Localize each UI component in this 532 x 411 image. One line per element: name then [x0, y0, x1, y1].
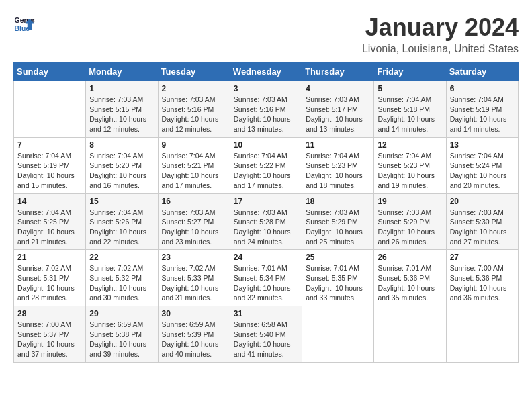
day-detail: Sunrise: 7:04 AMSunset: 5:18 PMDaylight:… [378, 95, 435, 133]
day-number: 22 [89, 253, 154, 262]
day-number: 14 [17, 197, 82, 206]
day-detail: Sunrise: 7:03 AMSunset: 5:29 PMDaylight:… [306, 208, 363, 246]
day-detail: Sunrise: 7:02 AMSunset: 5:33 PMDaylight:… [162, 264, 219, 302]
header-friday: Friday [374, 62, 446, 81]
calendar-cell [302, 306, 374, 363]
calendar-cell: 4 Sunrise: 7:03 AMSunset: 5:17 PMDayligh… [302, 81, 374, 138]
day-detail: Sunrise: 7:01 AMSunset: 5:34 PMDaylight:… [234, 264, 291, 302]
calendar-cell: 27 Sunrise: 7:00 AMSunset: 5:36 PMDaylig… [446, 250, 518, 306]
calendar-week-2: 7 Sunrise: 7:04 AMSunset: 5:19 PMDayligh… [14, 137, 519, 193]
header-wednesday: Wednesday [230, 62, 302, 81]
calendar-cell: 15 Sunrise: 7:04 AMSunset: 5:26 PMDaylig… [86, 193, 158, 250]
calendar-cell: 25 Sunrise: 7:01 AMSunset: 5:35 PMDaylig… [302, 250, 374, 306]
calendar-cell: 3 Sunrise: 7:03 AMSunset: 5:16 PMDayligh… [230, 81, 302, 138]
day-number: 12 [378, 140, 442, 150]
day-detail: Sunrise: 6:59 AMSunset: 5:39 PMDaylight:… [162, 320, 219, 358]
calendar-cell: 30 Sunrise: 6:59 AMSunset: 5:39 PMDaylig… [158, 306, 230, 363]
calendar-cell: 7 Sunrise: 7:04 AMSunset: 5:19 PMDayligh… [14, 137, 86, 193]
day-number: 13 [450, 140, 515, 150]
day-number: 5 [378, 84, 442, 93]
calendar-cell: 6 Sunrise: 7:04 AMSunset: 5:19 PMDayligh… [446, 81, 518, 138]
calendar-cell: 31 Sunrise: 6:58 AMSunset: 5:40 PMDaylig… [230, 306, 302, 363]
day-detail: Sunrise: 7:04 AMSunset: 5:24 PMDaylight:… [450, 152, 507, 189]
day-detail: Sunrise: 7:03 AMSunset: 5:15 PMDaylight:… [89, 95, 146, 133]
calendar-cell: 9 Sunrise: 7:04 AMSunset: 5:21 PMDayligh… [158, 137, 230, 193]
day-detail: Sunrise: 7:04 AMSunset: 5:23 PMDaylight:… [306, 152, 363, 189]
calendar-cell: 10 Sunrise: 7:04 AMSunset: 5:22 PMDaylig… [230, 137, 302, 193]
day-detail: Sunrise: 7:00 AMSunset: 5:37 PMDaylight:… [17, 320, 75, 358]
calendar-cell: 16 Sunrise: 7:03 AMSunset: 5:27 PMDaylig… [158, 193, 230, 250]
calendar-cell: 18 Sunrise: 7:03 AMSunset: 5:29 PMDaylig… [302, 193, 374, 250]
day-number: 31 [234, 309, 298, 318]
calendar-cell: 21 Sunrise: 7:02 AMSunset: 5:31 PMDaylig… [14, 250, 86, 306]
day-number: 9 [162, 140, 226, 150]
day-number: 23 [162, 253, 226, 262]
calendar-subtitle: Livonia, Louisiana, United States [362, 43, 519, 55]
day-detail: Sunrise: 7:03 AMSunset: 5:28 PMDaylight:… [234, 208, 291, 246]
day-number: 21 [17, 253, 82, 262]
header-monday: Monday [86, 62, 158, 81]
calendar-cell: 14 Sunrise: 7:04 AMSunset: 5:25 PMDaylig… [14, 193, 86, 250]
calendar-week-5: 28 Sunrise: 7:00 AMSunset: 5:37 PMDaylig… [14, 306, 519, 363]
day-detail: Sunrise: 7:02 AMSunset: 5:32 PMDaylight:… [89, 264, 146, 302]
calendar-cell [14, 81, 86, 138]
day-number: 3 [234, 84, 298, 93]
day-number: 1 [89, 84, 154, 93]
day-number: 26 [378, 253, 442, 262]
day-number: 4 [306, 84, 370, 93]
calendar-cell: 8 Sunrise: 7:04 AMSunset: 5:20 PMDayligh… [86, 137, 158, 193]
calendar-cell: 26 Sunrise: 7:01 AMSunset: 5:36 PMDaylig… [374, 250, 446, 306]
header-tuesday: Tuesday [158, 62, 230, 81]
day-detail: Sunrise: 6:59 AMSunset: 5:38 PMDaylight:… [89, 320, 146, 358]
day-detail: Sunrise: 7:03 AMSunset: 5:16 PMDaylight:… [162, 95, 219, 133]
day-number: 25 [306, 253, 370, 262]
day-number: 27 [450, 253, 515, 262]
day-detail: Sunrise: 7:04 AMSunset: 5:20 PMDaylight:… [89, 152, 146, 189]
day-number: 15 [89, 197, 154, 206]
logo-icon: General Blue [13, 13, 35, 35]
page-header: General Blue January 2024 Livonia, Louis… [13, 13, 519, 55]
calendar-cell: 11 Sunrise: 7:04 AMSunset: 5:23 PMDaylig… [302, 137, 374, 193]
header-saturday: Saturday [446, 62, 518, 81]
calendar-cell: 23 Sunrise: 7:02 AMSunset: 5:33 PMDaylig… [158, 250, 230, 306]
calendar-cell: 22 Sunrise: 7:02 AMSunset: 5:32 PMDaylig… [86, 250, 158, 306]
calendar-cell: 28 Sunrise: 7:00 AMSunset: 5:37 PMDaylig… [14, 306, 86, 363]
calendar-cell: 5 Sunrise: 7:04 AMSunset: 5:18 PMDayligh… [374, 81, 446, 138]
calendar-cell: 19 Sunrise: 7:03 AMSunset: 5:29 PMDaylig… [374, 193, 446, 250]
calendar-cell: 24 Sunrise: 7:01 AMSunset: 5:34 PMDaylig… [230, 250, 302, 306]
calendar-cell: 20 Sunrise: 7:03 AMSunset: 5:30 PMDaylig… [446, 193, 518, 250]
calendar-cell [374, 306, 446, 363]
calendar-week-4: 21 Sunrise: 7:02 AMSunset: 5:31 PMDaylig… [14, 250, 519, 306]
logo: General Blue [13, 13, 35, 35]
day-detail: Sunrise: 7:04 AMSunset: 5:26 PMDaylight:… [89, 208, 146, 246]
day-number: 2 [162, 84, 226, 93]
title-section: January 2024 Livonia, Louisiana, United … [362, 13, 519, 55]
day-detail: Sunrise: 7:04 AMSunset: 5:19 PMDaylight:… [450, 95, 507, 133]
calendar-week-3: 14 Sunrise: 7:04 AMSunset: 5:25 PMDaylig… [14, 193, 519, 250]
day-number: 28 [17, 309, 82, 318]
calendar-cell: 29 Sunrise: 6:59 AMSunset: 5:38 PMDaylig… [86, 306, 158, 363]
day-detail: Sunrise: 7:00 AMSunset: 5:36 PMDaylight:… [450, 264, 507, 302]
day-number: 20 [450, 197, 515, 206]
day-detail: Sunrise: 7:04 AMSunset: 5:19 PMDaylight:… [17, 152, 75, 189]
day-number: 24 [234, 253, 298, 262]
calendar-week-1: 1 Sunrise: 7:03 AMSunset: 5:15 PMDayligh… [14, 81, 519, 138]
header-row: Sunday Monday Tuesday Wednesday Thursday… [14, 62, 519, 81]
day-detail: Sunrise: 7:01 AMSunset: 5:36 PMDaylight:… [378, 264, 435, 302]
day-detail: Sunrise: 7:04 AMSunset: 5:25 PMDaylight:… [17, 208, 75, 246]
calendar-title: January 2024 [362, 13, 519, 42]
calendar-cell: 12 Sunrise: 7:04 AMSunset: 5:23 PMDaylig… [374, 137, 446, 193]
calendar-cell: 1 Sunrise: 7:03 AMSunset: 5:15 PMDayligh… [86, 81, 158, 138]
day-number: 17 [234, 197, 298, 206]
day-number: 10 [234, 140, 298, 150]
day-detail: Sunrise: 7:02 AMSunset: 5:31 PMDaylight:… [17, 264, 75, 302]
day-detail: Sunrise: 7:03 AMSunset: 5:27 PMDaylight:… [162, 208, 219, 246]
day-number: 11 [306, 140, 370, 150]
header-thursday: Thursday [302, 62, 374, 81]
day-detail: Sunrise: 7:03 AMSunset: 5:17 PMDaylight:… [306, 95, 363, 133]
day-detail: Sunrise: 7:04 AMSunset: 5:23 PMDaylight:… [378, 152, 435, 189]
calendar-cell: 2 Sunrise: 7:03 AMSunset: 5:16 PMDayligh… [158, 81, 230, 138]
calendar-table: Sunday Monday Tuesday Wednesday Thursday… [13, 62, 519, 363]
day-number: 7 [17, 140, 82, 150]
day-number: 8 [89, 140, 154, 150]
